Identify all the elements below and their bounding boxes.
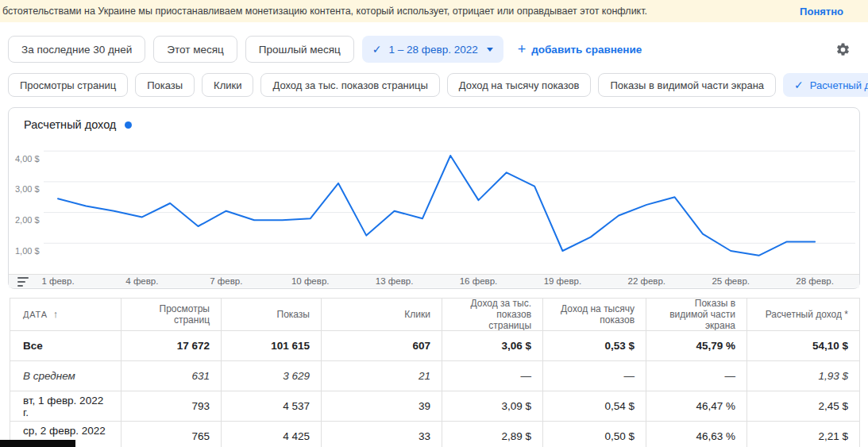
row-value-cell: 3 629 xyxy=(222,361,322,391)
table-row-total: Все17 672101 6156073,06 $0,53 $45,79 %54… xyxy=(10,331,859,361)
row-value-cell: 4 425 xyxy=(222,422,322,447)
chart-menu-icon[interactable] xyxy=(17,277,30,287)
row-value-cell: 2,21 $ xyxy=(747,422,859,447)
row-value-cell: 21 xyxy=(322,361,442,391)
row-value-cell: — xyxy=(543,361,646,391)
row-date-cell: вт, 1 февр. 2022 г. xyxy=(10,391,122,421)
date-range-chip[interactable]: ✓ 1 – 28 февр. 2022 xyxy=(362,36,503,63)
row-value-cell: 4 537 xyxy=(222,391,322,421)
notification-banner: бстоятельствами на Украине мы приостанав… xyxy=(0,0,868,22)
col-header-estimated-revenue[interactable]: Расчетный доход * xyxy=(747,299,859,330)
preset-this-month-button[interactable]: Этот месяц xyxy=(153,36,237,63)
row-date-cell: Все xyxy=(10,331,122,360)
chip-viewability[interactable]: Показы в видимой части экрана xyxy=(598,73,776,97)
check-icon: ✓ xyxy=(794,79,804,91)
chip-estimated-revenue-selected[interactable]: ✓ Расчетный доход xyxy=(783,73,868,97)
x-tick-label: 7 февр. xyxy=(210,276,242,286)
y-tick-label: 1,00 $ xyxy=(15,246,40,256)
row-value-cell: 45,79 % xyxy=(646,331,747,360)
x-tick-label: 16 февр. xyxy=(460,276,498,286)
col-header-clicks[interactable]: Клики xyxy=(322,299,442,330)
metric-chips-row: Просмотры страниц Показы Клики Доход за … xyxy=(8,73,861,97)
chip-impressions[interactable]: Показы xyxy=(135,73,195,97)
col-header-impressions[interactable]: Показы xyxy=(222,299,322,330)
legend-dot-icon xyxy=(125,121,132,129)
chip-page-rpm[interactable]: Доход за тыс. показов страницы xyxy=(260,73,439,97)
adsense-report-page: бстоятельствами на Украине мы приостанав… xyxy=(0,0,868,447)
col-header-impression-rpm[interactable]: Доход на тысячу показов xyxy=(543,299,646,330)
chip-page-views[interactable]: Просмотры страниц xyxy=(8,73,128,97)
x-tick-label: 19 февр. xyxy=(544,276,582,286)
add-comparison-button[interactable]: + добавить сравнение xyxy=(518,42,642,56)
y-tick-label: 2,00 $ xyxy=(15,215,40,225)
row-value-cell: 39 xyxy=(322,391,442,421)
row-value-cell: 54,10 $ xyxy=(747,331,859,360)
plus-icon: + xyxy=(518,42,527,56)
check-icon: ✓ xyxy=(372,44,382,55)
row-date-cell: В среднем xyxy=(10,361,122,391)
table-header-row: ДАТА ↑ Просмотры страниц Показы Клики До… xyxy=(10,299,859,331)
col-header-page-rpm[interactable]: Доход за тыс. показов страницы xyxy=(442,299,543,330)
row-value-cell: 2,45 $ xyxy=(747,391,859,421)
x-tick-label: 28 февр. xyxy=(796,276,834,286)
row-value-cell: 46,63 % xyxy=(646,422,747,447)
revenue-line[interactable] xyxy=(58,156,815,256)
add-comparison-label: добавить сравнение xyxy=(531,44,642,56)
row-value-cell: 17 672 xyxy=(122,331,222,360)
chip-impression-rpm[interactable]: Доход на тысячу показов xyxy=(447,73,592,97)
chart-legend: Расчетный доход xyxy=(24,118,132,131)
row-value-cell: 631 xyxy=(122,361,222,391)
col-header-page-views[interactable]: Просмотры страниц xyxy=(122,299,222,330)
chart-card: Расчетный доход 4,00 $3,00 $2,00 $1,00 $… xyxy=(8,107,860,289)
date-range-label: 1 – 28 февр. 2022 xyxy=(389,44,478,56)
x-tick-label: 4 февр. xyxy=(125,276,158,286)
row-value-cell: — xyxy=(442,361,543,391)
row-value-cell: 607 xyxy=(322,331,442,360)
x-tick-label: 10 февр. xyxy=(291,276,330,286)
chart-plot[interactable]: 4,00 $3,00 $2,00 $1,00 $1 февр.4 февр.7 … xyxy=(9,147,859,288)
row-value-cell: 0,53 $ xyxy=(543,331,646,360)
banner-dismiss-button[interactable]: Понятно xyxy=(800,6,843,17)
x-tick-label: 13 февр. xyxy=(376,276,414,286)
preset-last-30-days-button[interactable]: За последние 30 дней xyxy=(8,36,145,63)
row-value-cell: 0,50 $ xyxy=(543,422,646,447)
row-value-cell: 765 xyxy=(122,422,222,447)
x-tick-label: 25 февр. xyxy=(712,276,750,286)
row-value-cell: 0,54 $ xyxy=(543,391,646,421)
row-value-cell: 2,89 $ xyxy=(442,422,543,447)
chevron-down-icon xyxy=(487,48,493,52)
x-tick-label: 22 февр. xyxy=(628,276,666,286)
screen-edge-artifact xyxy=(0,440,75,447)
row-value-cell: 46,47 % xyxy=(646,391,747,421)
row-value-cell: 3,09 $ xyxy=(442,391,543,421)
col-header-date[interactable]: ДАТА ↑ xyxy=(10,299,122,330)
col-header-viewability[interactable]: Показы в видимой части экрана xyxy=(646,299,747,330)
row-value-cell: 33 xyxy=(322,422,442,447)
chart-legend-label: Расчетный доход xyxy=(24,118,116,131)
sort-ascending-icon[interactable]: ↑ xyxy=(53,309,59,320)
banner-text: бстоятельствами на Украине мы приостанав… xyxy=(0,6,647,17)
chip-clicks[interactable]: Клики xyxy=(202,73,253,97)
row-value-cell: 793 xyxy=(122,391,222,421)
date-controls-row: За последние 30 дней Этот месяц Прошлый … xyxy=(8,36,861,63)
table-row: вт, 1 февр. 2022 г.7934 537393,09 $0,54 … xyxy=(10,391,859,422)
metrics-table: ДАТА ↑ Просмотры страниц Показы Клики До… xyxy=(10,298,860,447)
table-body: Все17 672101 6156073,06 $0,53 $45,79 %54… xyxy=(10,331,859,447)
y-tick-label: 4,00 $ xyxy=(15,154,40,164)
row-value-cell: — xyxy=(646,361,747,391)
row-value-cell: 1,93 $ xyxy=(747,361,859,391)
gear-icon xyxy=(835,42,851,57)
y-tick-label: 3,00 $ xyxy=(15,184,40,194)
settings-button[interactable] xyxy=(835,42,851,57)
selected-metric-label: Расчетный доход xyxy=(810,79,868,91)
table-row: ср, 2 февр. 2022 г.7654 425332,89 $0,50 … xyxy=(10,422,859,447)
row-value-cell: 3,06 $ xyxy=(442,331,543,360)
table-row-average: В среднем6313 62921———1,93 $ xyxy=(10,361,859,391)
preset-last-month-button[interactable]: Прошлый месяц xyxy=(245,36,354,63)
row-value-cell: 101 615 xyxy=(222,331,322,360)
x-tick-label: 1 февр. xyxy=(41,276,74,286)
